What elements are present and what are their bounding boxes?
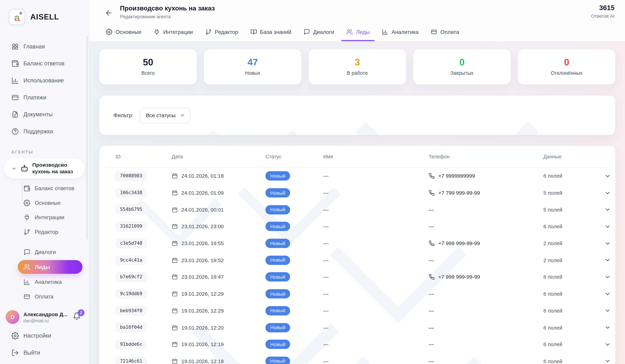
row-expand-chevron-icon[interactable]	[604, 358, 611, 364]
table-row[interactable]: b7e69cf2 23.01.2026, 19:47 Новый — +7 99…	[99, 269, 615, 285]
row-expand-chevron-icon[interactable]	[604, 240, 611, 246]
tab[interactable]: Редактор	[205, 29, 238, 41]
agent-submenu-item[interactable]: Аналитика	[18, 275, 82, 289]
lead-phone-cell: —	[429, 341, 543, 347]
tab-icon	[304, 29, 310, 35]
sidebar-item-label: Главная	[24, 43, 45, 50]
row-expand-chevron-icon[interactable]	[604, 341, 611, 347]
sidebar-item[interactable]: Главная	[0, 38, 89, 55]
stat-card: 47 Новых	[204, 49, 301, 84]
row-expand-chevron-icon[interactable]	[604, 324, 611, 331]
table-row[interactable]: 91bdde6c 19.01.2026, 12:19 Новый — — 6 п…	[99, 336, 615, 353]
leads-table: ID Дата Статус Имя Телефон Данные 700889…	[99, 146, 615, 364]
tab[interactable]: Лиды	[346, 29, 370, 41]
status-filter-select[interactable]: Все статусы	[140, 108, 190, 123]
robot-icon	[20, 164, 29, 173]
lead-date: 19.01.2026, 12:20	[181, 325, 224, 331]
lead-phone: —	[429, 325, 434, 331]
row-expand-chevron-icon[interactable]	[604, 291, 611, 297]
app: a AISELL Главная Баланс ответов Исполь	[0, 0, 625, 364]
sidebar-item[interactable]: Использование	[0, 72, 89, 89]
agent-submenu-item[interactable]: Редактор	[18, 225, 82, 239]
calendar-icon	[172, 325, 178, 331]
tab-icon	[205, 29, 212, 35]
table-row[interactable]: 70088983 24.01.2026, 01:18 Новый — +7 99…	[99, 168, 615, 184]
notifications-button[interactable]: 2	[73, 312, 81, 322]
row-expand-chevron-icon[interactable]	[604, 307, 611, 314]
sidebar-scrollbar[interactable]	[86, 35, 88, 239]
sidebar-footer: D Александров Д... dan@mail.ru 2 Настрой…	[0, 307, 89, 364]
table-row[interactable]: 31621099 23.01.2026, 23:00 Новый — — 6 п…	[99, 218, 615, 235]
status-badge: Новый	[265, 256, 290, 265]
lead-name: —	[323, 190, 429, 196]
sidebar-item[interactable]: Баланс ответов	[0, 55, 89, 72]
phone-icon	[429, 274, 435, 280]
lead-date: 19.01.2026, 12:29	[181, 308, 224, 314]
tab[interactable]: Аналитика	[382, 29, 419, 41]
sidebar: a AISELL Главная Баланс ответов Исполь	[0, 0, 89, 364]
calendar-icon	[172, 257, 178, 263]
status-badge: Новый	[265, 323, 290, 332]
agent-submenu-item-icon	[24, 264, 30, 270]
agent-submenu-item[interactable]: Лиды	[18, 260, 82, 274]
sidebar-item[interactable]: Поддержка	[0, 123, 89, 140]
lead-date-cell: 23.01.2026, 19:52	[172, 257, 265, 263]
row-expand-chevron-icon[interactable]	[604, 274, 611, 280]
agent-submenu-item[interactable]: Интеграции	[18, 210, 82, 225]
row-expand-chevron-icon[interactable]	[604, 223, 611, 230]
settings-button[interactable]: Настройки	[0, 327, 89, 344]
tab[interactable]: Оплата	[431, 29, 459, 41]
calendar-icon	[172, 224, 178, 230]
table-row[interactable]: 554b6795 24.01.2026, 00:01 Новый — — 5 п…	[99, 201, 615, 218]
agent-item[interactable]: Производсво кухонь на заказ	[4, 158, 85, 179]
stat-value: 47	[248, 58, 258, 67]
agent-submenu-item[interactable]: Основные	[18, 195, 82, 210]
lead-name: —	[323, 341, 429, 347]
tab-label: Оплата	[440, 29, 459, 35]
sidebar-item-label: Платежи	[24, 94, 46, 100]
sidebar-item[interactable]: Документы	[0, 106, 89, 123]
table-row[interactable]: 9c19ddb9 19.01.2026, 12:29 Новый — — 6 п…	[99, 285, 615, 302]
page-title: Производсво кухонь на заказ	[120, 5, 215, 12]
chevron-down-icon[interactable]	[11, 166, 17, 171]
row-expand-chevron-icon[interactable]	[604, 257, 611, 263]
sidebar-item-icon	[11, 93, 19, 101]
agent-submenu-item[interactable]: Диалоги	[18, 245, 82, 259]
tab[interactable]: Интеграции	[154, 29, 193, 41]
table-row[interactable]: beb934f0 19.01.2026, 12:29 Новый — — 6 п…	[99, 302, 615, 319]
phone-icon	[429, 241, 435, 246]
lead-phone-cell: —	[429, 224, 543, 230]
tab[interactable]: Основные	[106, 29, 142, 41]
table-row[interactable]: 106c3438 24.01.2026, 01:09 Новый — +7 79…	[99, 184, 615, 201]
user-profile[interactable]: D Александров Д... dan@mail.ru 2	[0, 307, 89, 327]
agent-submenu-item-icon	[24, 199, 30, 206]
sidebar-item[interactable]: Платежи	[0, 89, 89, 106]
table-row[interactable]: c3e5d748 23.01.2026, 19:55 Новый — +7 99…	[99, 235, 615, 252]
lead-fields-count: 6 полей	[543, 173, 600, 179]
stat-value: 0	[459, 58, 465, 67]
lead-phone-cell: —	[429, 325, 543, 331]
agent-submenu-item[interactable]: Оплата	[18, 289, 82, 304]
row-expand-chevron-icon[interactable]	[604, 207, 611, 213]
stat-card: 0 Закрытых	[413, 49, 511, 84]
avatar: D	[6, 310, 20, 324]
lead-date-cell: 19.01.2026, 12:20	[172, 325, 265, 331]
agent-name-line1: Производсво	[32, 162, 73, 168]
brand[interactable]: a AISELL	[9, 9, 89, 25]
row-expand-chevron-icon[interactable]	[604, 190, 611, 196]
tab[interactable]: Диалоги	[304, 29, 334, 41]
table-row[interactable]: ba10f04d 19.01.2026, 12:20 Новый — — 6 п…	[99, 319, 615, 336]
lead-date: 23.01.2026, 19:47	[181, 274, 224, 280]
agent-submenu-item[interactable]: Баланс ответов	[18, 181, 82, 196]
table-row[interactable]: 72146c61 19.01.2026, 12:18 Новый — — 6 п…	[99, 353, 615, 364]
logout-button[interactable]: Выйти	[0, 344, 89, 361]
stat-value: 50	[143, 58, 153, 67]
back-button[interactable]	[103, 7, 114, 19]
row-expand-chevron-icon[interactable]	[604, 173, 611, 179]
phone-icon	[429, 190, 435, 196]
table-row[interactable]: 9cc4c41a 23.01.2026, 19:52 Новый — — 2 п…	[99, 252, 615, 269]
agent-submenu-item-label: Редактор	[35, 229, 58, 235]
status-badge: Новый	[265, 222, 290, 231]
lead-phone: —	[429, 341, 434, 347]
tab[interactable]: База знаний	[250, 29, 291, 41]
